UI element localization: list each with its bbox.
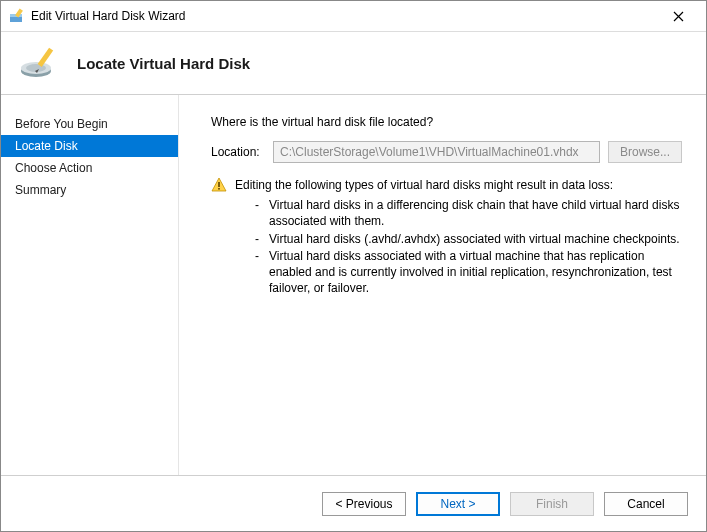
prompt-text: Where is the virtual hard disk file loca… [211,115,682,129]
location-input[interactable] [273,141,600,163]
browse-button: Browse... [608,141,682,163]
warning-list: Virtual hard disks in a differencing dis… [245,197,682,296]
page-title: Locate Virtual Hard Disk [77,55,250,72]
disk-icon [19,43,59,83]
sidebar-item-locate-disk[interactable]: Locate Disk [1,135,178,157]
sidebar-item-before-you-begin[interactable]: Before You Begin [1,113,178,135]
content-pane: Where is the virtual hard disk file loca… [179,95,706,475]
location-row: Location: Browse... [211,141,682,163]
warning-block: Editing the following types of virtual h… [211,177,682,297]
warning-item: Virtual hard disks in a differencing dis… [259,197,682,229]
sidebar-item-choose-action[interactable]: Choose Action [1,157,178,179]
warning-text: Editing the following types of virtual h… [235,177,682,297]
svg-rect-9 [218,182,220,187]
warning-intro: Editing the following types of virtual h… [235,178,613,192]
location-label: Location: [211,145,265,159]
cancel-button[interactable]: Cancel [604,492,688,516]
wizard-header: Locate Virtual Hard Disk [1,31,706,95]
svg-rect-10 [218,188,220,190]
close-button[interactable] [658,2,698,30]
titlebar: Edit Virtual Hard Disk Wizard [1,1,706,31]
wizard-steps: Before You Begin Locate Disk Choose Acti… [1,95,179,475]
app-icon [9,8,25,24]
warning-item: Virtual hard disks (.avhd/.avhdx) associ… [259,231,682,247]
warning-item: Virtual hard disks associated with a vir… [259,248,682,297]
sidebar-item-summary[interactable]: Summary [1,179,178,201]
main-area: Before You Begin Locate Disk Choose Acti… [1,95,706,475]
warning-icon [211,177,227,193]
wizard-footer: < Previous Next > Finish Cancel [1,475,706,531]
previous-button[interactable]: < Previous [322,492,406,516]
next-button[interactable]: Next > [416,492,500,516]
finish-button: Finish [510,492,594,516]
window-title: Edit Virtual Hard Disk Wizard [31,9,186,23]
